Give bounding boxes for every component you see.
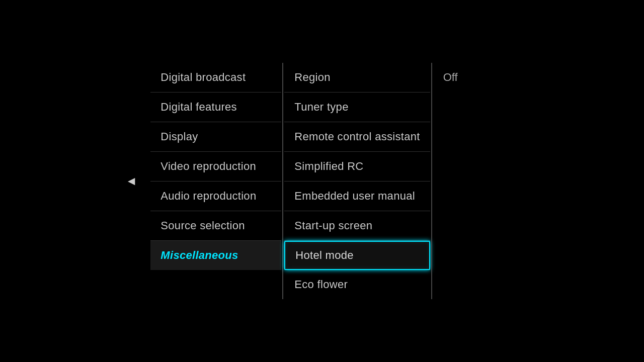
- middle-menu-item-remote-control-assistant[interactable]: Remote control assistant: [284, 122, 430, 152]
- back-arrow[interactable]: ◄: [125, 174, 137, 188]
- middle-menu-item-simplified-rc[interactable]: Simplified RC: [284, 152, 430, 182]
- left-menu-item-source-selection[interactable]: Source selection: [150, 211, 281, 241]
- middle-menu-item-eco-flower[interactable]: Eco flower: [284, 270, 430, 299]
- selected-value: Off: [443, 71, 494, 84]
- menu-container: ◄ Digital broadcastDigital featuresDispl…: [150, 63, 493, 299]
- left-menu-item-miscellaneous[interactable]: Miscellaneous: [150, 241, 281, 270]
- left-menu-item-display[interactable]: Display: [150, 122, 281, 152]
- left-column: Digital broadcastDigital featuresDisplay…: [150, 63, 281, 270]
- left-menu-item-digital-features[interactable]: Digital features: [150, 93, 281, 122]
- middle-menu-item-tuner-type[interactable]: Tuner type: [284, 93, 430, 122]
- middle-column: RegionTuner typeRemote control assistant…: [284, 63, 430, 299]
- middle-menu-item-embedded-user-manual[interactable]: Embedded user manual: [284, 182, 430, 211]
- middle-menu-item-start-up-screen[interactable]: Start-up screen: [284, 211, 430, 241]
- left-menu-item-video-reproduction[interactable]: Video reproduction: [150, 152, 281, 182]
- value-column: Off: [433, 63, 494, 84]
- right-divider: [431, 63, 432, 299]
- left-menu-item-digital-broadcast[interactable]: Digital broadcast: [150, 63, 281, 93]
- middle-menu-item-region[interactable]: Region: [284, 63, 430, 93]
- left-divider: [282, 63, 283, 299]
- middle-menu-item-hotel-mode[interactable]: Hotel mode: [284, 241, 430, 270]
- left-menu-item-audio-reproduction[interactable]: Audio reproduction: [150, 182, 281, 211]
